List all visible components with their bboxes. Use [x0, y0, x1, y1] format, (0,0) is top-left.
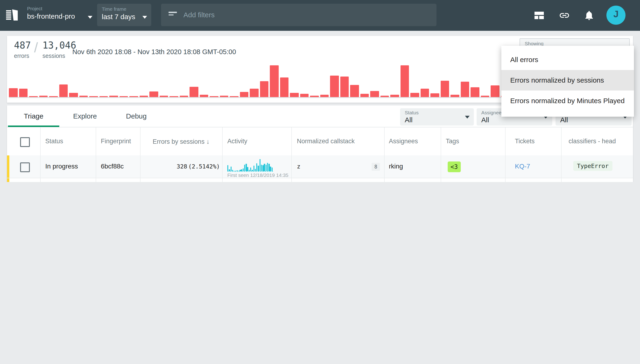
assignee-cell: rking: [389, 162, 403, 170]
histogram-bar[interactable]: [290, 93, 299, 97]
select-all-checkbox[interactable]: [20, 137, 30, 147]
sessions-count-label: sessions: [42, 53, 65, 59]
activity-sparkline[interactable]: [227, 182, 273, 182]
filter-select-status[interactable]: StatusAll: [400, 108, 474, 126]
column-header-errors-by-sessions[interactable]: Errors by sessions ↓: [140, 128, 222, 156]
histogram-bar[interactable]: [310, 96, 319, 97]
histogram-bar[interactable]: [230, 96, 238, 97]
app-root: Project bs-frontend-pro Time frame last …: [0, 0, 640, 182]
histogram-bar[interactable]: [89, 96, 98, 97]
histogram-bar[interactable]: [330, 76, 339, 97]
histogram-bar[interactable]: [420, 89, 429, 97]
tab-explore[interactable]: Explore: [59, 106, 111, 127]
user-avatar[interactable]: J: [606, 6, 626, 25]
histogram-bar[interactable]: [200, 94, 208, 97]
histogram-bar[interactable]: [380, 96, 389, 97]
column-header-activity[interactable]: Activity: [227, 128, 248, 156]
column-header-fingerprint[interactable]: Fingerprint: [101, 128, 131, 156]
table-row[interactable]: In progress6bcf88c328(2.5142%)First seen…: [7, 156, 633, 178]
histogram-bar[interactable]: [440, 80, 449, 97]
histogram-bar[interactable]: [240, 92, 248, 97]
histogram-bar[interactable]: [119, 96, 128, 97]
column-divider: [96, 128, 96, 182]
column-header-normalized-callstack[interactable]: Normalized callstack: [297, 128, 355, 156]
column-header-assignees[interactable]: Assignees: [389, 128, 418, 156]
histogram-bar[interactable]: [210, 96, 218, 97]
histogram-bar[interactable]: [109, 96, 118, 97]
histogram-bar[interactable]: [69, 93, 78, 97]
histogram-bar[interactable]: [280, 78, 289, 97]
table-row[interactable]: In progressd26206134(0.2606%)First seen …: [7, 178, 633, 182]
histogram-bar[interactable]: [220, 96, 228, 97]
project-selector[interactable]: Project bs-frontend-pro: [27, 6, 92, 25]
histogram-bar[interactable]: [150, 92, 158, 97]
histogram-bar[interactable]: [410, 93, 419, 97]
histogram-bar[interactable]: [450, 94, 459, 97]
column-divider: [561, 128, 562, 182]
column-header-classifiers-head[interactable]: classifiers - head: [568, 128, 616, 156]
histogram-bar[interactable]: [250, 88, 258, 97]
histogram-bar[interactable]: [490, 86, 500, 97]
column-divider: [291, 128, 292, 182]
column-header-tags[interactable]: Tags: [446, 128, 459, 156]
histogram-bar[interactable]: [370, 91, 379, 97]
histogram-bar[interactable]: [139, 96, 148, 97]
fingerprint-cell[interactable]: 6bcf88c: [101, 162, 124, 170]
triage-card: TriageExploreDebug StatusAllAssigneeAllA…: [7, 106, 633, 182]
link-icon[interactable]: [559, 10, 570, 21]
histogram-bar[interactable]: [190, 86, 198, 97]
column-header-tickets[interactable]: Tickets: [515, 128, 535, 156]
histogram-bar[interactable]: [390, 94, 399, 97]
histogram-bar[interactable]: [270, 65, 279, 97]
filter-label: Status: [405, 110, 419, 115]
histogram-bar[interactable]: [79, 96, 88, 97]
showing-option-all-errors[interactable]: All errors: [501, 50, 634, 70]
errors-count-cell: 328: [147, 163, 187, 170]
histogram-bar[interactable]: [160, 96, 168, 97]
tab-debug[interactable]: Debug: [111, 106, 162, 127]
callstack-cell[interactable]: z: [297, 163, 300, 170]
backtrace-logo-icon[interactable]: [6, 8, 20, 22]
histogram-bar[interactable]: [49, 96, 58, 97]
histogram-bar[interactable]: [350, 85, 359, 97]
histogram-bar[interactable]: [360, 94, 369, 97]
tab-triage[interactable]: Triage: [8, 106, 59, 127]
histogram-bar[interactable]: [260, 81, 269, 97]
histogram-bar[interactable]: [320, 94, 329, 97]
histogram-bar[interactable]: [59, 84, 68, 97]
histogram-bar[interactable]: [460, 82, 470, 97]
filter-value: All: [560, 116, 568, 124]
errors-count: 487: [14, 40, 31, 51]
add-filters-input[interactable]: Add filters: [161, 4, 436, 26]
classifier-badge: TypeError: [573, 161, 612, 171]
histogram-bar[interactable]: [9, 88, 18, 97]
filter-value: All: [405, 116, 412, 124]
column-divider: [140, 128, 140, 182]
showing-option-errors-normalized-by-sessions[interactable]: Errors normalized by sessions: [501, 70, 634, 90]
histogram-bar[interactable]: [180, 96, 188, 97]
column-header-status[interactable]: Status: [45, 128, 63, 156]
histogram-bar[interactable]: [340, 76, 349, 97]
timeframe-value: last 7 days: [102, 12, 146, 22]
timeframe-selector[interactable]: Time frame last 7 days: [97, 4, 151, 26]
histogram-bar[interactable]: [470, 87, 480, 97]
tag-badge[interactable]: <3: [448, 162, 460, 172]
bell-icon[interactable]: [584, 10, 595, 21]
histogram-bar[interactable]: [99, 96, 108, 97]
layout-icon[interactable]: [534, 10, 545, 21]
row-checkbox[interactable]: [20, 162, 30, 172]
histogram-bar[interactable]: [29, 96, 38, 97]
activity-sparkline[interactable]: [227, 159, 273, 172]
showing-option-errors-normalized-by-minutes-played[interactable]: Errors normalized by Minutes Played: [501, 90, 634, 111]
histogram-bar[interactable]: [430, 93, 439, 97]
column-divider: [384, 128, 385, 182]
histogram-bar[interactable]: [300, 94, 309, 97]
histogram-bar[interactable]: [39, 96, 48, 97]
showing-select-label: Showing: [525, 40, 544, 46]
histogram-bar[interactable]: [19, 89, 28, 97]
histogram-bar[interactable]: [480, 96, 490, 97]
ticket-link[interactable]: KQ-7: [515, 162, 530, 170]
histogram-bar[interactable]: [129, 96, 138, 97]
histogram-bar[interactable]: [400, 65, 409, 97]
histogram-bar[interactable]: [170, 96, 178, 97]
